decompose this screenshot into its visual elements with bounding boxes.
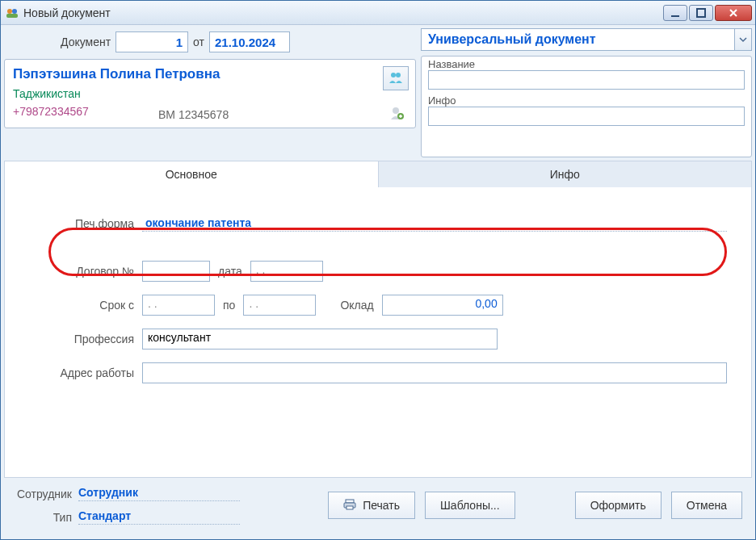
templates-button[interactable]: Шаблоны...	[425, 492, 515, 519]
salary-label: Оклад	[316, 299, 381, 312]
print-form-value[interactable]: окончание патента	[142, 215, 727, 232]
document-header: Документ 1 от 21.10.2024	[4, 28, 416, 59]
period-to-input[interactable]: . .	[243, 295, 316, 316]
contract-number-label: Договор №	[29, 265, 142, 278]
svg-point-7	[393, 107, 399, 114]
name-label: Название	[428, 58, 745, 70]
contract-date-label: дата	[210, 265, 250, 278]
document-date-input[interactable]: 21.10.2024	[209, 31, 290, 52]
document-type-value[interactable]: Универсальный документ	[421, 28, 735, 51]
svg-point-5	[391, 73, 396, 77]
tab-info[interactable]: Инфо	[379, 161, 752, 187]
footer: Сотрудник Сотрудник Тип Стандарт Печать …	[4, 478, 752, 536]
employee-label: Сотрудник	[14, 488, 78, 500]
salary-input[interactable]: 0,00	[382, 295, 503, 316]
svg-rect-3	[671, 15, 679, 17]
confirm-button-label: Оформить	[590, 499, 646, 512]
svg-rect-9	[346, 500, 354, 503]
add-user-icon[interactable]	[389, 106, 404, 123]
employee-value[interactable]: Сотрудник	[78, 486, 240, 501]
contract-date-input[interactable]: . .	[250, 261, 323, 282]
chevron-down-icon	[739, 33, 747, 46]
tab-main[interactable]: Основное	[5, 161, 379, 187]
person-phone: +79872334567	[13, 105, 89, 118]
app-window: Новый документ Документ 1 от 21.10.2024 …	[0, 0, 756, 540]
svg-rect-2	[6, 14, 18, 18]
document-type-dropdown-button[interactable]	[734, 28, 752, 51]
name-input[interactable]	[428, 70, 745, 90]
type-label: Тип	[14, 511, 78, 524]
document-label: Документ	[61, 36, 111, 48]
contract-number-input[interactable]	[142, 261, 210, 282]
app-icon	[6, 6, 19, 19]
period-from-input[interactable]: . .	[142, 295, 215, 316]
document-type-selector: Универсальный документ	[421, 28, 752, 51]
work-address-label: Адрес работы	[29, 366, 142, 379]
work-address-input[interactable]	[142, 362, 727, 383]
print-button[interactable]: Печать	[328, 492, 415, 519]
period-to-label: по	[215, 299, 243, 312]
person-name: Пэпэтэшина Полина Петровна	[13, 66, 407, 82]
profession-label: Профессия	[29, 333, 142, 345]
tab-main-panel: Печ.форма окончание патента Договор № да…	[4, 187, 752, 478]
titlebar: Новый документ	[1, 1, 755, 25]
print-form-label: Печ.форма	[29, 217, 142, 230]
tab-bar: Основное Инфо	[4, 161, 752, 187]
templates-button-label: Шаблоны...	[440, 499, 500, 512]
from-label: от	[193, 36, 204, 48]
info-label: Инфо	[428, 94, 745, 107]
svg-rect-11	[346, 506, 353, 509]
minimize-button[interactable]	[663, 5, 687, 21]
print-button-label: Печать	[363, 499, 400, 512]
svg-point-0	[7, 9, 12, 14]
printer-icon	[343, 498, 356, 513]
close-button[interactable]	[715, 5, 752, 21]
profession-input[interactable]: консультант	[142, 329, 498, 350]
meta-card: Название Инфо	[421, 56, 752, 157]
cancel-button-label: Отмена	[687, 499, 727, 512]
confirm-button[interactable]: Оформить	[575, 492, 662, 519]
period-from-label: Срок с	[29, 299, 142, 312]
group-icon	[388, 71, 403, 86]
window-title: Новый документ	[23, 6, 662, 19]
person-card: Пэпэтэшина Полина Петровна Таджикистан +…	[4, 59, 416, 128]
person-action-button[interactable]	[383, 66, 409, 90]
maximize-button[interactable]	[689, 5, 713, 21]
document-number-input[interactable]: 1	[116, 31, 188, 52]
svg-point-6	[396, 73, 401, 77]
cancel-button[interactable]: Отмена	[671, 492, 742, 519]
client-area: Документ 1 от 21.10.2024 Пэпэтэшина Поли…	[1, 25, 755, 539]
person-country: Таджикистан	[13, 87, 81, 100]
info-input[interactable]	[428, 107, 745, 126]
svg-rect-4	[697, 9, 705, 17]
type-value[interactable]: Стандарт	[78, 509, 240, 525]
person-id-number: BM 12345678	[158, 108, 229, 121]
svg-point-1	[12, 9, 17, 14]
